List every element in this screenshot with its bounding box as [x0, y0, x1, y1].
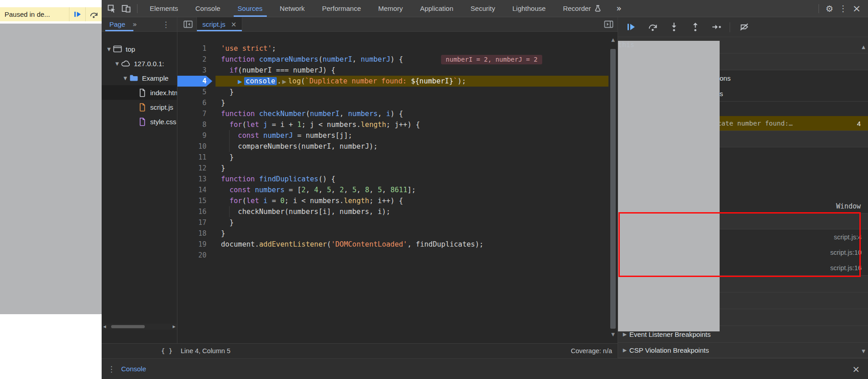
continue-to-here-icon[interactable]: ▶	[282, 76, 288, 87]
tab-application[interactable]: Application	[412, 0, 462, 17]
panel-scroll-up-icon[interactable]: ▲	[860, 44, 867, 49]
expand-icon[interactable]: ▶	[620, 331, 629, 337]
hide-debugger-button[interactable]	[602, 17, 615, 31]
tab-network[interactable]: Network	[271, 0, 314, 17]
deactivate-breakpoints-button[interactable]	[738, 20, 751, 34]
code-line-9[interactable]: 9 const numberJ = numbers[j];	[177, 130, 608, 141]
line-number-3[interactable]: 3	[177, 65, 216, 76]
navigator-horizontal-scrollbar[interactable]: ◀ ▶	[102, 324, 177, 330]
line-number-20[interactable]: 20	[177, 250, 216, 261]
line-number-14[interactable]: 14	[177, 185, 216, 195]
code-line-7[interactable]: 7function checkNumber(numberI, numbers, …	[177, 108, 608, 119]
sidebar-item-top[interactable]: ▼top	[102, 42, 177, 56]
tab-elements[interactable]: Elements	[141, 0, 187, 17]
step-button[interactable]	[710, 20, 723, 34]
tab-page[interactable]: Page	[109, 20, 125, 28]
tree-expand-icon[interactable]: ▼	[105, 47, 113, 52]
tab-security[interactable]: Security	[462, 0, 504, 17]
tab-recorder[interactable]: Recorder	[554, 0, 610, 17]
drawer-menu-icon[interactable]: ⋮	[108, 364, 115, 374]
navigator-menu-icon[interactable]: ⋮	[162, 20, 170, 29]
code-line-20[interactable]: 20	[177, 250, 608, 261]
pretty-print-button[interactable]: { }	[161, 347, 172, 355]
scrollbar-thumb[interactable]	[111, 325, 145, 328]
panel-scroll-down-icon[interactable]: ▼	[860, 349, 867, 354]
code-line-10[interactable]: 10 compareNumbers(numberI, numberJ);	[177, 141, 608, 152]
step-over-button[interactable]	[646, 20, 659, 34]
sidebar-item-index-html[interactable]: index.html	[102, 85, 177, 100]
line-number-16[interactable]: 16	[177, 206, 216, 217]
code-line-16[interactable]: 16 checkNumber(numbers[i], numbers, i);	[177, 206, 608, 217]
code-line-12[interactable]: 12}	[177, 163, 608, 174]
tab-script-js[interactable]: script.js ×	[196, 17, 242, 31]
code-line-17[interactable]: 17 }	[177, 217, 608, 228]
code-editor[interactable]: 1'use strict';2function compareNumbers(n…	[177, 32, 618, 343]
line-number-5[interactable]: 5	[177, 87, 216, 97]
hide-navigator-button[interactable]	[181, 17, 195, 31]
line-number-1[interactable]: 1	[177, 43, 216, 54]
scrollbar-track[interactable]	[108, 324, 171, 330]
code-line-1[interactable]: 1'use strict';	[177, 43, 608, 54]
line-number-13[interactable]: 13	[177, 174, 216, 185]
code-line-13[interactable]: 13function findDuplicates() {	[177, 174, 608, 185]
scroll-down-icon[interactable]: ▼	[608, 332, 618, 337]
tab-sources[interactable]: Sources	[229, 0, 271, 17]
sidebar-item-script-js[interactable]: script.js	[102, 100, 177, 114]
sidebar-item-style-css[interactable]: style.css	[102, 114, 177, 129]
scope-variable-this[interactable]: this:undefined	[618, 162, 868, 175]
kebab-menu-icon[interactable]: ⋮	[836, 4, 850, 13]
tab-console[interactable]: Console	[187, 0, 229, 17]
code-line-2[interactable]: 2function compareNumbers(numberI, number…	[177, 54, 608, 65]
toast-step-over-button[interactable]	[85, 7, 102, 21]
close-drawer-icon[interactable]: ×	[852, 364, 860, 374]
line-number-12[interactable]: 12	[177, 163, 216, 174]
line-number-18[interactable]: 18	[177, 228, 216, 239]
line-number-15[interactable]: 15	[177, 195, 216, 206]
line-number-19[interactable]: 19	[177, 239, 216, 250]
more-navigator-tabs-button[interactable]: »	[132, 20, 137, 29]
tree-expand-icon[interactable]: ▼	[122, 76, 129, 81]
code-line-4[interactable]: 4 ▶console.▶log(`Duplicate number found:…	[177, 76, 608, 87]
line-number-8[interactable]: 8	[177, 119, 216, 130]
line-number-2[interactable]: 2	[177, 54, 216, 65]
editor-vertical-scrollbar[interactable]: ▲ ▼	[608, 32, 618, 343]
scroll-right-icon[interactable]: ▶	[171, 325, 177, 329]
step-into-button[interactable]	[667, 20, 681, 34]
tab-console-drawer[interactable]: Console	[121, 365, 146, 373]
line-number-17[interactable]: 17	[177, 217, 216, 228]
code-line-5[interactable]: 5 }	[177, 87, 608, 97]
code-line-15[interactable]: 15 for(let i = 0; i < numbers.length; i+…	[177, 195, 608, 206]
tab-memory[interactable]: Memory	[370, 0, 412, 17]
code-line-19[interactable]: 19document.addEventListener('DOMContentL…	[177, 239, 608, 250]
code-line-8[interactable]: 8 for(let j = i + 1; j < numbers.length;…	[177, 119, 608, 130]
gear-icon[interactable]: ⚙	[823, 4, 836, 14]
resume-button[interactable]	[624, 20, 638, 34]
tab-lighthouse[interactable]: Lighthouse	[504, 0, 554, 17]
tab-performance[interactable]: Performance	[314, 0, 370, 17]
scroll-left-icon[interactable]: ◀	[102, 325, 108, 329]
code-line-11[interactable]: 11 }	[177, 152, 608, 163]
section-csp-violation-breakpoints[interactable]: ▶CSP Violation Breakpoints	[618, 343, 868, 358]
more-panels-button[interactable]: »	[610, 0, 628, 17]
code-line-6[interactable]: 6}	[177, 97, 608, 108]
line-number-11[interactable]: 11	[177, 152, 216, 163]
line-number-6[interactable]: 6	[177, 97, 216, 108]
tree-expand-icon[interactable]: ▼	[113, 61, 121, 66]
line-number-4[interactable]: 4	[177, 76, 216, 87]
code-line-14[interactable]: 14 const numbers = [2, 4, 5, 2, 5, 8, 5,…	[177, 185, 608, 195]
expand-icon[interactable]: ▶	[620, 347, 629, 353]
sidebar-item-127-0-0-1[interactable]: ▼127.0.0.1:	[102, 56, 177, 71]
line-number-9[interactable]: 9	[177, 130, 216, 141]
line-number-7[interactable]: 7	[177, 108, 216, 119]
close-tab-icon[interactable]: ×	[231, 20, 237, 29]
inspect-element-button[interactable]	[104, 0, 119, 17]
close-icon[interactable]: ×	[850, 3, 863, 14]
line-number-10[interactable]: 10	[177, 141, 216, 152]
toast-resume-button[interactable]	[69, 7, 85, 21]
code-line-3[interactable]: 3 if(numberI === numberJ) {	[177, 65, 608, 76]
sidebar-item-example[interactable]: ▼Example	[102, 71, 177, 85]
code-line-18[interactable]: 18}	[177, 228, 608, 239]
step-out-button[interactable]	[688, 20, 702, 34]
scrollbar-thumb[interactable]	[610, 49, 616, 329]
device-toolbar-button[interactable]	[119, 0, 133, 17]
